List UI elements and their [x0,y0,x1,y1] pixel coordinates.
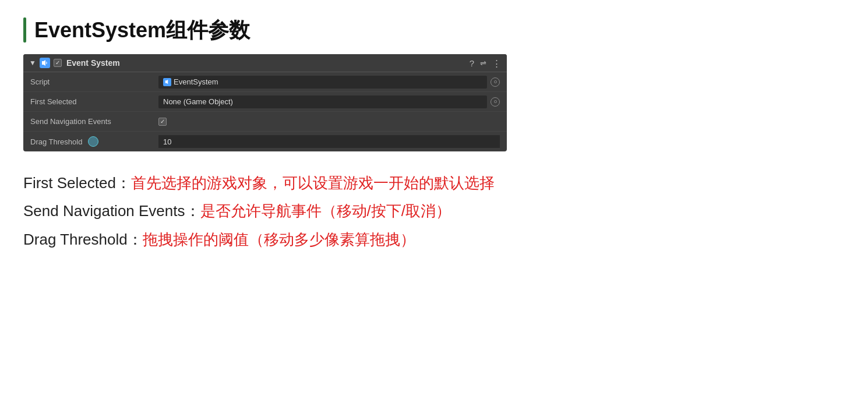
drag-threshold-desc-content: 拖拽操作的阈值（移动多少像素算拖拽） [143,231,415,248]
first-selected-desc-content: 首先选择的游戏对象，可以设置游戏一开始的默认选择 [131,174,495,192]
drag-threshold-row: Drag Threshold 10 [23,132,507,151]
script-icon-svg [165,79,170,84]
send-navigation-desc-label: Send Navigation Events： [23,202,200,220]
help-button[interactable]: ? [470,59,474,68]
settings-button[interactable]: ⇌ [480,59,486,67]
first-selected-label: First Selected [30,97,158,106]
first-selected-value: None (Game Object) [158,96,500,108]
send-navigation-value: ✓ [158,118,500,126]
first-selected-field[interactable]: None (Game Object) [158,96,487,108]
collapse-arrow-icon[interactable]: ▼ [29,59,36,67]
component-icon [40,58,50,68]
more-options-button[interactable]: ⋮ [492,59,501,68]
svg-marker-0 [42,60,45,66]
drag-threshold-field[interactable]: 10 [158,135,500,148]
script-select-button[interactable] [491,77,500,87]
drag-threshold-desc: Drag Threshold：拖拽操作的阈值（移动多少像素算拖拽） [23,227,845,252]
cursor-icon [88,136,98,147]
drag-threshold-value: 10 [158,135,500,148]
header-actions: ? ⇌ ⋮ [470,59,501,68]
page-title-section: EventSystem组件参数 [23,17,845,43]
script-row: Script EventSystem [23,72,507,92]
send-navigation-checkbox[interactable]: ✓ [158,118,167,126]
title-accent-bar [23,17,26,43]
inspector-header: ▼ ✓ Event System ? ⇌ ⋮ [23,54,507,72]
send-navigation-events-row: Send Navigation Events ✓ [23,112,507,132]
first-selected-select-button[interactable] [491,97,500,107]
circle-inner-icon [494,80,497,83]
first-selected-text: None (Game Object) [163,97,233,106]
speaker-icon [41,59,48,66]
script-value: EventSystem [158,76,500,89]
circle-inner-icon [494,100,497,103]
drag-threshold-label: Drag Threshold [30,136,158,147]
send-navigation-desc: Send Navigation Events：是否允许导航事件（移动/按下/取消… [23,198,845,224]
component-title: Event System [66,58,470,68]
send-navigation-label: Send Navigation Events [30,117,158,126]
drag-threshold-desc-label: Drag Threshold： [23,231,143,248]
first-selected-desc-label: First Selected： [23,174,131,192]
checkbox-check-icon: ✓ [55,60,60,66]
script-field[interactable]: EventSystem [158,76,487,89]
page-title: EventSystem组件参数 [34,17,250,43]
drag-threshold-text: 10 [163,137,171,146]
inspector-panel: ▼ ✓ Event System ? ⇌ ⋮ Script [23,54,507,151]
first-selected-row: First Selected None (Game Object) [23,92,507,112]
script-label: Script [30,77,158,86]
description-section: First Selected：首先选择的游戏对象，可以设置游戏一开始的默认选择 … [23,170,845,260]
component-enabled-checkbox[interactable]: ✓ [54,59,62,67]
script-value-text: EventSystem [174,77,218,86]
send-navigation-desc-content: 是否允许导航事件（移动/按下/取消） [200,202,451,220]
script-icon [163,78,171,86]
nav-checkbox-check-icon: ✓ [160,118,165,125]
first-selected-desc: First Selected：首先选择的游戏对象，可以设置游戏一开始的默认选择 [23,170,845,196]
svg-marker-1 [165,80,168,84]
